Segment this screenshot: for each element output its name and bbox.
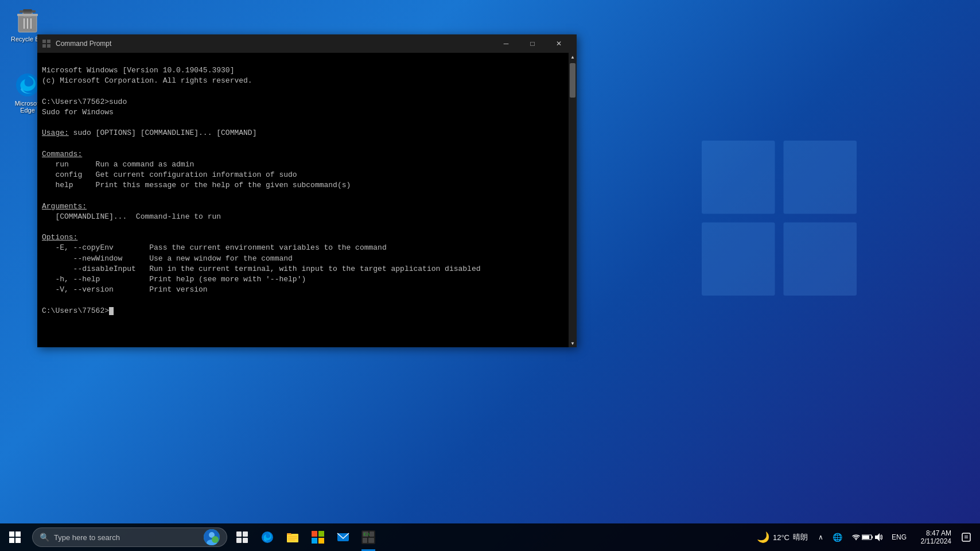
svg-rect-35	[288, 540, 295, 541]
windows-logo-watermark	[693, 103, 865, 333]
notification-button[interactable]	[957, 523, 975, 551]
scroll-up-arrow[interactable]: ▲	[569, 53, 577, 61]
minimize-button[interactable]: ─	[493, 34, 519, 53]
svg-rect-1	[784, 141, 857, 214]
svg-rect-18	[9, 531, 14, 537]
taskbar-mail-button[interactable]	[330, 523, 356, 551]
svg-rect-16	[42, 44, 46, 48]
svg-rect-3	[784, 223, 857, 296]
svg-rect-33	[288, 536, 297, 537]
battery-icon	[862, 534, 873, 541]
scroll-thumb[interactable]	[570, 63, 575, 98]
taskbar-cmd-button[interactable]: C:\	[356, 523, 381, 551]
line-12: help Print this message or the help of t…	[42, 181, 351, 189]
cmd-body: Microsoft Windows [Version 10.0.19045.39…	[37, 53, 577, 347]
svg-point-31	[262, 531, 273, 543]
wifi-icon	[851, 533, 861, 542]
line-17: Options:	[42, 233, 77, 242]
line-24: C:\Users\77562>	[42, 306, 114, 315]
svg-text:C:\: C:\	[364, 532, 370, 536]
svg-rect-44	[363, 538, 367, 543]
svg-rect-15	[47, 40, 50, 43]
network-icon-container[interactable]: 🌐	[828, 533, 847, 542]
taskbar-clock[interactable]: 8:47 AM 2/11/2024	[911, 529, 957, 545]
svg-rect-28	[243, 531, 248, 537]
line-5: Sudo for Windows	[42, 108, 114, 117]
line-9: Commands:	[42, 150, 82, 158]
svg-rect-29	[236, 538, 242, 543]
search-placeholder: Type here to search	[54, 533, 204, 542]
line-14: Arguments:	[42, 202, 87, 211]
line-1: Microsoft Windows [Version 10.0.19045.39…	[42, 66, 234, 75]
taskbar-system-tray: 🌙 12°C 晴朗 ∧ 🌐	[746, 523, 980, 551]
line-19: --newWindow Use a new window for the com…	[42, 254, 293, 263]
scroll-down-arrow[interactable]: ▼	[569, 339, 577, 347]
language-icon-container[interactable]: ENG	[887, 533, 911, 541]
search-avatar	[204, 529, 220, 545]
svg-marker-51	[875, 533, 880, 541]
svg-rect-19	[15, 531, 21, 537]
svg-rect-14	[42, 40, 46, 43]
taskbar: 🔍 Type here to search	[0, 523, 980, 551]
line-18: -E, --copyEnv Pass the current environme…	[42, 243, 387, 252]
taskbar-weather[interactable]: 🌙 12°C 晴朗	[751, 531, 814, 544]
taskbar-store-button[interactable]	[305, 523, 330, 551]
cmd-window-controls: ─ □ ✕	[493, 34, 572, 53]
line-4: C:\Users\77562>sudo	[42, 98, 127, 106]
cmd-scrollbar[interactable]: ▲ ▼	[569, 53, 577, 347]
weather-icon: 🌙	[757, 531, 769, 544]
svg-point-47	[855, 539, 857, 540]
line-7: Usage: sudo [OPTIONS] [COMMANDLINE]... […	[42, 129, 256, 137]
svg-rect-30	[243, 538, 248, 543]
close-button[interactable]: ✕	[546, 34, 572, 53]
svg-rect-49	[872, 536, 873, 538]
svg-rect-36	[312, 531, 317, 537]
line-22: -V, --version Print version	[42, 285, 208, 294]
svg-rect-43	[370, 531, 374, 537]
network-icon: 🌐	[833, 533, 842, 542]
svg-rect-21	[15, 538, 21, 543]
weather-condition: 晴朗	[793, 532, 808, 542]
taskbar-file-explorer-button[interactable]	[280, 523, 305, 551]
line-15: [COMMANDLINE]... Command-line to run	[42, 212, 221, 221]
cmd-titlebar-icon	[42, 39, 51, 48]
svg-rect-34	[288, 538, 297, 539]
cmd-window: Command Prompt ─ □ ✕ Microsoft Windows […	[37, 34, 577, 347]
svg-rect-37	[318, 531, 324, 537]
svg-point-12	[16, 73, 39, 96]
maximize-button[interactable]: □	[519, 34, 546, 53]
line-11: config Get current configuration informa…	[42, 170, 297, 179]
cmd-content[interactable]: Microsoft Windows [Version 10.0.19045.39…	[37, 53, 569, 347]
svg-rect-52	[962, 533, 970, 541]
taskbar-search[interactable]: 🔍 Type here to search	[32, 527, 227, 547]
svg-rect-27	[236, 531, 242, 537]
desktop: Recycle Bin Microsoft Edge	[0, 0, 980, 551]
svg-rect-38	[312, 538, 317, 544]
svg-rect-0	[702, 141, 775, 214]
taskbar-edge-button[interactable]	[255, 523, 280, 551]
line-20: --disableInput Run in the current termin…	[42, 265, 481, 273]
battery-wifi-container[interactable]	[847, 533, 887, 542]
svg-rect-39	[318, 538, 324, 544]
language-label: ENG	[892, 533, 907, 541]
svg-rect-50	[862, 536, 869, 539]
clock-time: 8:47 AM	[926, 529, 951, 537]
line-10: run Run a command as admin	[42, 160, 194, 169]
svg-rect-6	[17, 14, 38, 16]
recycle-bin-image	[14, 7, 41, 34]
system-tray-icons[interactable]: ∧	[814, 533, 828, 541]
task-view-button[interactable]	[230, 523, 255, 551]
line-21: -h, --help Print help (see more with '--…	[42, 275, 306, 284]
line-2: (c) Microsoft Corporation. All rights re…	[42, 76, 252, 85]
svg-rect-11	[23, 9, 32, 11]
svg-rect-20	[9, 538, 14, 543]
svg-rect-45	[368, 538, 374, 543]
cmd-title-text: Command Prompt	[56, 40, 493, 48]
volume-icon	[874, 533, 882, 542]
svg-rect-2	[702, 223, 775, 296]
svg-rect-26	[213, 537, 217, 542]
expand-tray-icon[interactable]: ∧	[818, 533, 823, 541]
weather-temperature: 12°C	[773, 533, 790, 542]
search-icon: 🔍	[40, 533, 49, 542]
start-button[interactable]	[0, 523, 30, 551]
